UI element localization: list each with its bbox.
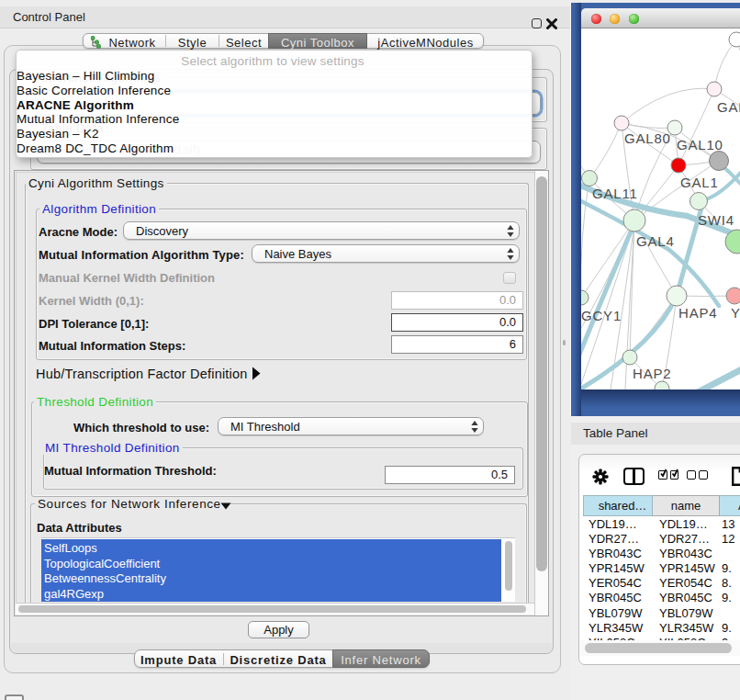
svg-text:GAL1: GAL1 — [680, 175, 719, 190]
svg-text:HAP4: HAP4 — [678, 305, 717, 321]
svg-text:GAL7: GAL7 — [717, 99, 740, 115]
svg-text:Y: Y — [731, 305, 740, 321]
svg-text:GAL10: GAL10 — [677, 137, 723, 152]
svg-text:GAL11: GAL11 — [592, 186, 638, 201]
svg-text:GCY1: GCY1 — [581, 308, 622, 323]
svg-text:SWI4: SWI4 — [698, 212, 734, 228]
svg-text:GAL80: GAL80 — [624, 130, 671, 146]
svg-text:HAP2: HAP2 — [633, 366, 671, 381]
svg-text:GAL4: GAL4 — [636, 233, 675, 249]
